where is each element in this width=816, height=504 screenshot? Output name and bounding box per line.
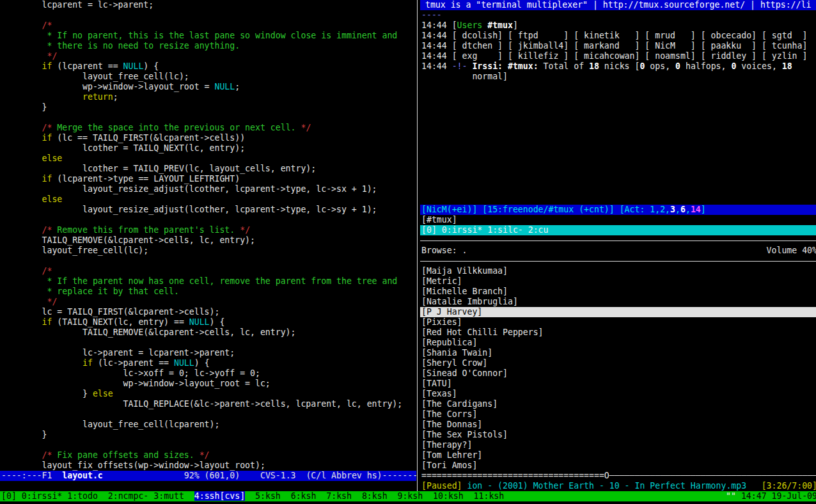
- text-segment: Total of: [538, 61, 589, 71]
- text-segment: lcother = TAILQ_PREV(lc, layout_cells, e…: [1, 164, 316, 173]
- code-line: lc = TAILQ_FIRST(&lcparent->cells);: [1, 307, 416, 317]
- artist-item[interactable]: [Shania Twain]: [420, 348, 816, 358]
- code-line: layout_fix_offsets(wp->window->layout_ro…: [1, 461, 416, 471]
- artist-item[interactable]: [The Cardigans]: [420, 399, 816, 409]
- text-segment: wp->window->layout_root = lc;: [1, 379, 271, 388]
- artist-item[interactable]: [Tom Lehrer]: [420, 450, 816, 461]
- code-line: [1, 440, 416, 450]
- text-segment: ]: [701, 205, 706, 214]
- artist-item[interactable]: [Maija Vilkkumaa]: [420, 266, 816, 276]
- text-segment: ────────────────────────────────────────…: [609, 471, 816, 480]
- text-segment: lc->xoff = 0; lc->yoff = 0;: [1, 368, 260, 378]
- text-segment: (TAILQ_NEXT(lc, entry) ==: [52, 317, 189, 327]
- artist-item[interactable]: [The Donnas]: [420, 420, 816, 430]
- tmux-window-3-mutt[interactable]: 3:mutt: [153, 491, 184, 501]
- text-segment: /*: [42, 20, 52, 30]
- tmux-window-8-ksh[interactable]: 8:ksh: [362, 491, 388, 501]
- text-segment: /*: [42, 266, 52, 276]
- code-line: [1, 113, 416, 123]
- code-line: [1, 338, 416, 348]
- text-segment: if: [42, 174, 52, 184]
- text-segment: 92% (601,0): [184, 471, 240, 480]
- text-segment: [15:freenode/#tmux (+cnt)]: [482, 205, 619, 214]
- artist-item[interactable]: [The Corrs]: [420, 409, 816, 420]
- text-segment: 0: [675, 61, 680, 71]
- chat-line: 14:44 -!- Irssi: #tmux: Total of 18 nick…: [421, 61, 816, 72]
- artist-item[interactable]: [Metric]: [420, 276, 816, 287]
- code-line: /*: [1, 20, 416, 31]
- text-segment: [1, 133, 42, 143]
- irc-input-line[interactable]: [#tmux]: [420, 215, 816, 225]
- session-indicator: [0]: [1, 491, 22, 501]
- code-line: [1, 256, 416, 266]
- artist-item[interactable]: [Michelle Branch]: [420, 287, 816, 297]
- artist-item[interactable]: [Natalie Imbruglia]: [420, 297, 816, 307]
- artist-item[interactable]: [TATU]: [420, 379, 816, 389]
- code-line: */: [1, 297, 416, 307]
- code-line: layout_free_cell(lc);: [1, 72, 416, 82]
- text-segment: normal]: [421, 72, 508, 81]
- code-line: /*: [1, 266, 416, 276]
- artist-item[interactable]: [Texas]: [420, 389, 816, 399]
- artist-item[interactable]: [Tori Amos]: [420, 461, 816, 471]
- text-segment: [1, 287, 47, 296]
- tmux-window-0-irssi[interactable]: 0:irssi*: [22, 491, 63, 501]
- text-segment: (lc == TAILQ_FIRST(&lcparent->cells)): [52, 133, 245, 143]
- code-line: [1, 10, 416, 20]
- tmux-window-2-ncmpc[interactable]: 2:ncmpc-: [108, 491, 149, 501]
- chat-line: normal]: [421, 72, 816, 82]
- tmux-window-1-todo[interactable]: 1:todo: [67, 491, 98, 501]
- tmux-window-9-ksh[interactable]: 9:ksh: [397, 491, 423, 501]
- tmux-window-10-ksh[interactable]: 10:ksh: [433, 491, 464, 501]
- text-segment: [245, 491, 255, 501]
- tmux-window-5-ksh[interactable]: 5:ksh: [255, 491, 281, 501]
- code-line: if (lcparent->type == LAYOUT_LEFTRIGHT): [1, 174, 416, 184]
- text-segment: ) {: [143, 61, 159, 71]
- artist-item[interactable]: [Therapy?]: [420, 440, 816, 450]
- text-segment: [1, 20, 42, 30]
- code-line: lcparent = lc->parent;: [1, 0, 416, 10]
- artist-item[interactable]: [Republica]: [420, 338, 816, 348]
- artist-item[interactable]: [Sinead O'Connor]: [420, 368, 816, 379]
- text-segment: Remove this from the parent's list.: [52, 225, 240, 235]
- text-segment: layout_free_cell(lc);: [1, 72, 189, 81]
- pane-divider-vertical[interactable]: [417, 0, 418, 491]
- artist-item[interactable]: [Red Hot Chilli Peppers]: [420, 327, 816, 338]
- text-segment: Fix pane offsets and sizes.: [52, 450, 199, 460]
- text-segment: */: [301, 123, 311, 132]
- code-line: else: [1, 154, 416, 164]
- chat-line: 14:44 [ dtchen ] [ jkimball4] [ markand …: [421, 41, 816, 51]
- text-segment: layout_free_cell(lcparent);: [1, 420, 219, 429]
- text-segment: [352, 491, 362, 501]
- ncmpc-progress-bar[interactable]: ====================================O───…: [420, 471, 816, 481]
- code-line: /* Fix pane offsets and sizes. */: [1, 450, 416, 461]
- tmux-status-bar: [0] 0:irssi* 1:todo 2:ncmpc- 3:mutt 4:ss…: [0, 491, 816, 501]
- ncmpc-header: Browse: . Volume 40%: [420, 246, 816, 256]
- text-segment: ------------------------------: [382, 471, 416, 480]
- tmux-window-11-ksh[interactable]: 11:ksh: [474, 491, 505, 501]
- artist-item[interactable]: [The Sex Pistols]: [420, 430, 816, 440]
- text-segment: #tmux:: [508, 61, 538, 71]
- code-line: [1, 215, 416, 225]
- artist-item-selected[interactable]: [P J Harvey]: [420, 307, 816, 317]
- tmux-window-6-ksh[interactable]: 6:ksh: [291, 491, 317, 501]
- text-segment: * If the parent now has one cell, remove…: [47, 276, 397, 286]
- text-segment: TAILQ_REMOVE(&lcparent->cells, lc, entry…: [1, 327, 296, 337]
- emacs-pane[interactable]: lcparent = lc->parent; /* * If no parent…: [0, 0, 416, 491]
- text-segment: [1, 358, 82, 368]
- text-segment: [1, 41, 47, 51]
- tmux-window-7-ksh[interactable]: 7:ksh: [326, 491, 352, 501]
- artist-item[interactable]: [Pixies]: [420, 317, 816, 327]
- text-segment: 14:44: [421, 61, 452, 71]
- artist-item[interactable]: [Sheryl Crow]: [420, 358, 816, 368]
- pane-divider-horizontal[interactable]: [420, 240, 816, 241]
- code-line: TAILQ_REMOVE(&lcparent->cells, lc, entry…: [1, 327, 416, 338]
- text-segment: TAILQ_REPLACE(&lc->parent->cells, lcpare…: [1, 399, 402, 409]
- code-line: /* Merge the space into the previous or …: [1, 123, 416, 133]
- text-segment: 14:44 [ dcolish] [ ftpd ] [ kinetik ] [ …: [421, 31, 807, 40]
- tmux-window-4-ssh-active[interactable]: 4:ssh[cvs]: [194, 491, 245, 501]
- text-segment: [423, 491, 433, 501]
- emacs-minibuffer[interactable]: [0, 481, 416, 491]
- code-line: lc->parent = lcparent->parent;: [1, 348, 416, 358]
- code-line: */: [1, 51, 416, 61]
